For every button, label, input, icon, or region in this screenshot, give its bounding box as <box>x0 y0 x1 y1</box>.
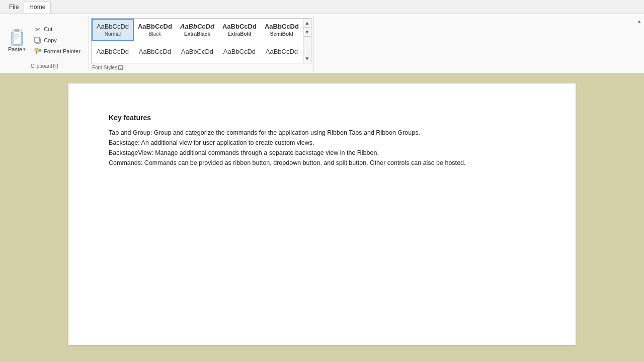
style-r2-4-sample: AaBbCcDd <box>266 48 298 56</box>
copy-icon-svg <box>34 37 41 44</box>
style-black-name: Black <box>149 31 161 37</box>
scroll-down-arrow[interactable]: ▼ <box>303 28 311 37</box>
style-semibold-sample: AaBbCcDd <box>265 23 299 31</box>
font-styles-expand-icon[interactable]: ↘ <box>118 65 123 70</box>
style-r2-4[interactable]: AaBbCcDd <box>261 41 303 63</box>
font-styles-label-row: Font Styles ↘ <box>91 63 311 71</box>
format-painter-button[interactable]: Format Painter <box>32 46 83 56</box>
style-semibold-name: SemiBold <box>270 31 293 37</box>
copy-button[interactable]: Copy <box>32 35 83 45</box>
copy-label: Copy <box>44 37 57 43</box>
small-clipboard-buttons: ✂ Cut Copy <box>30 18 85 62</box>
svg-rect-8 <box>35 48 38 51</box>
style-normal-sample: AaBbCcDd <box>97 23 129 31</box>
doc-line-2: BackstageView: Manage additional command… <box>109 148 535 158</box>
style-normal[interactable]: AaBbCcDd Normal <box>92 19 134 41</box>
paste-icon <box>9 28 25 46</box>
cut-button[interactable]: ✂ Cut <box>32 24 83 34</box>
svg-rect-7 <box>35 37 39 42</box>
svg-marker-10 <box>39 49 41 52</box>
menu-item-file[interactable]: File <box>4 2 24 13</box>
style-extra-black[interactable]: AaBbCcDd ExtraBlack <box>176 19 218 41</box>
scroll-expand-arrow[interactable]: ▼ <box>303 54 311 63</box>
font-styles-container: AaBbCcDd Normal AaBbCcDd Black AaBbCcDd … <box>91 18 311 63</box>
style-r2-2[interactable]: AaBbCcDd <box>176 41 218 63</box>
document-heading: Key features <box>109 114 535 122</box>
paste-dropdown-arrow: ▾ <box>23 47 26 52</box>
style-r2-1[interactable]: AaBbCcDd <box>134 41 176 63</box>
ribbon: Paste ▾ ✂ Cut Copy <box>0 14 644 73</box>
font-styles-scrollbar: ▲ ▼ ▼ <box>303 18 311 63</box>
style-r2-0-sample: AaBbCcDd <box>97 48 129 56</box>
clipboard-label-text: Clipboard <box>31 63 52 69</box>
style-r2-3[interactable]: AaBbCcDd <box>218 41 261 63</box>
style-extrabold-name: ExtraBold <box>227 31 251 37</box>
format-painter-icon-svg <box>34 48 41 55</box>
document-area: Key features Tab and Group: Group and ca… <box>0 73 644 352</box>
doc-line-1: Backstage: An additional view for user a… <box>109 138 535 148</box>
font-styles-group: AaBbCcDd Normal AaBbCcDd Black AaBbCcDd … <box>89 16 314 71</box>
format-painter-label: Format Painter <box>44 48 80 54</box>
scroll-up-arrow[interactable]: ▲ <box>303 19 311 28</box>
style-r2-0[interactable]: AaBbCcDd <box>92 41 134 63</box>
style-black-sample: AaBbCcDd <box>138 23 172 31</box>
style-extra-bold[interactable]: AaBbCcDd ExtraBold <box>218 19 261 41</box>
style-extrablack-sample: AaBbCcDd <box>180 23 214 31</box>
paste-button[interactable]: Paste ▾ <box>4 18 30 62</box>
style-normal-name: Normal <box>105 31 121 37</box>
menu-bar: File Home <box>0 0 644 14</box>
cut-label: Cut <box>44 26 52 32</box>
style-r2-3-sample: AaBbCcDd <box>223 48 256 56</box>
style-r2-2-sample: AaBbCcDd <box>181 48 213 56</box>
clipboard-group: Paste ▾ ✂ Cut Copy <box>0 16 89 71</box>
paste-label: Paste ▾ <box>8 46 26 52</box>
scissors-icon: ✂ <box>34 25 42 33</box>
style-extrablack-name: ExtraBlack <box>184 31 210 37</box>
style-r2-1-sample: AaBbCcDd <box>139 48 171 56</box>
document-body: Tab and Group: Group and categorize the … <box>109 128 535 168</box>
doc-line-0: Tab and Group: Group and categorize the … <box>109 128 535 138</box>
style-extrabold-sample: AaBbCcDd <box>222 23 257 31</box>
doc-line-3: Commands: Commands can be provided as ri… <box>109 158 535 168</box>
paste-text: Paste <box>8 46 22 52</box>
format-painter-icon <box>34 47 42 55</box>
style-semi-bold[interactable]: AaBbCcDd SemiBold <box>261 19 303 41</box>
font-styles-label: Font Styles ↘ <box>92 65 123 70</box>
svg-rect-1 <box>13 30 21 44</box>
style-black[interactable]: AaBbCcDd Black <box>134 19 176 41</box>
clipboard-group-content: Paste ▾ ✂ Cut Copy <box>4 18 85 62</box>
svg-rect-2 <box>15 29 19 32</box>
paste-icon-svg <box>9 28 25 46</box>
ribbon-collapse-button[interactable]: ▲ <box>634 16 644 26</box>
font-styles-grid: AaBbCcDd Normal AaBbCcDd Black AaBbCcDd … <box>91 18 303 63</box>
clipboard-group-label: Clipboard ↘ <box>31 63 58 69</box>
font-styles-label-text: Font Styles <box>92 65 117 70</box>
copy-icon <box>34 36 42 44</box>
document-page[interactable]: Key features Tab and Group: Group and ca… <box>68 83 576 345</box>
menu-item-home[interactable]: Home <box>24 1 51 13</box>
clipboard-expand-icon[interactable]: ↘ <box>53 64 58 68</box>
